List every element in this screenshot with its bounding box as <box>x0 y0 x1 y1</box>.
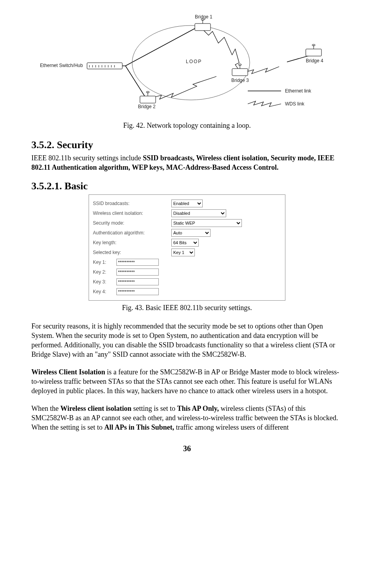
section-3-5-2-1-heading: 3.5.2.1. Basic <box>31 180 343 192</box>
paragraph-1: For security reasons, it is highly recom… <box>31 321 343 359</box>
ssid-broadcasts-label: SSID broadcasts: <box>93 201 171 206</box>
key3-input[interactable] <box>116 278 159 285</box>
security-mode-select[interactable]: Static WEP <box>171 219 242 227</box>
fig42-caption: Fig. 42. Network topology containing a l… <box>31 122 343 130</box>
key3-label: Key 3: <box>93 279 116 285</box>
selected-key-select[interactable]: Key 1 <box>171 249 195 256</box>
paragraph-3: When the Wireless client isolation setti… <box>31 404 343 432</box>
key1-label: Key 1: <box>93 260 116 265</box>
key-length-select[interactable]: 64 Bits <box>171 239 199 247</box>
fig43-caption: Fig. 43. Basic IEEE 802.11b security set… <box>31 304 343 312</box>
section-3-5-2-text: IEEE 802.11b security settings include S… <box>31 153 343 172</box>
wireless-isolation-select[interactable]: Disabled <box>171 209 226 217</box>
paragraph-2: Wireless Client Isolation is a feature f… <box>31 367 343 396</box>
auth-algo-label: Authentication algorithm: <box>93 230 171 236</box>
ethernet-link-label: Ethernet link <box>285 88 311 94</box>
bridge4-label: Bridge 4 <box>306 58 323 64</box>
key4-input[interactable] <box>116 288 159 295</box>
svg-line-1 <box>125 66 146 98</box>
svg-rect-16 <box>195 24 211 31</box>
selected-key-label: Selected key: <box>93 250 171 255</box>
svg-rect-22 <box>306 49 321 56</box>
ssid-broadcasts-select[interactable]: Enabled <box>171 200 203 207</box>
auth-algo-select[interactable]: Auto <box>171 229 211 237</box>
wireless-isolation-label: Wireless client isolation: <box>93 211 171 216</box>
security-settings-panel: SSID broadcasts: Enabled Wireless client… <box>89 194 285 301</box>
key4-label: Key 4: <box>93 289 116 294</box>
wds-link-label: WDS link <box>285 101 304 107</box>
key1-input[interactable] <box>116 259 159 266</box>
svg-rect-20 <box>232 69 248 76</box>
key2-input[interactable] <box>116 269 159 276</box>
bridge1-label: Bridge 1 <box>195 14 212 20</box>
section-3-5-2-heading: 3.5.2. Security <box>31 139 343 151</box>
topology-diagram: LOOP Bridge 1 Bridge 2 Bridge 3 Bridge 4… <box>31 16 343 118</box>
svg-rect-18 <box>140 96 156 103</box>
key2-label: Key 2: <box>93 269 116 275</box>
switch-label: Ethernet Switch/Hub <box>40 63 83 68</box>
page-number: 36 <box>31 444 343 453</box>
security-mode-label: Security mode: <box>93 220 171 226</box>
key-length-label: Key length: <box>93 240 171 245</box>
bridge3-label: Bridge 3 <box>231 78 249 83</box>
bridge2-label: Bridge 2 <box>138 104 156 109</box>
loop-label: LOOP <box>186 59 202 64</box>
